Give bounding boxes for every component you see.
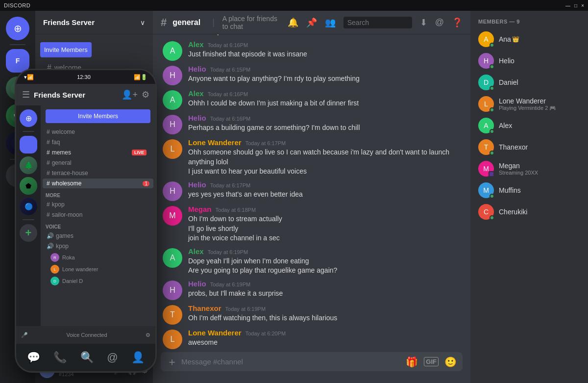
member-item[interactable]: M Megan Streaming 20XX (474, 158, 584, 179)
member-item[interactable]: A Alex (474, 115, 584, 136)
member-name: Alex (499, 122, 512, 129)
phone-channel-general[interactable]: # general (43, 158, 153, 168)
member-name: Ana (499, 35, 511, 43)
maximize-button[interactable]: □ (574, 3, 577, 8)
message: L Lone Wanderer Today at 6:17PM Ohh some… (161, 137, 463, 178)
member-item[interactable]: C Cherukiki (474, 201, 584, 223)
phone-channel-kpop[interactable]: # kpop (43, 200, 153, 209)
phone-mic-status: Voice Connected (66, 332, 107, 338)
gift-icon[interactable]: 🎁 (406, 356, 418, 368)
message-timestamp: Today at 6:19PM (210, 281, 251, 287)
gif-button[interactable]: GIF (424, 357, 439, 366)
discord-home-button[interactable]: ⊕ (6, 17, 29, 40)
chat-channel-name: general (172, 18, 200, 27)
at-icon[interactable]: @ (435, 17, 444, 27)
phone-search-nav[interactable]: 🔍 (80, 351, 94, 364)
close-button[interactable]: × (581, 3, 584, 8)
phone-call-nav[interactable]: 📞 (53, 351, 67, 364)
chevron-down-icon: ∨ (140, 19, 145, 26)
message-avatar: T (163, 305, 182, 325)
phone-mic-icon[interactable]: 🎤 (21, 332, 28, 338)
server-header[interactable]: Friends Server ∨ (35, 11, 153, 34)
bell-icon[interactable]: 🔔 (288, 17, 298, 28)
message-header: Alex Today at 6:19PM (188, 247, 461, 255)
chat-area: # general | A place for friends to chat … (153, 11, 470, 383)
phone-overlay: ▾📶 12:30 📶🔋 ☰ Friends Server 👤+ ⚙ ⊕ 🌲 (15, 69, 157, 373)
member-name: Helio (499, 57, 514, 65)
friends-server-icon[interactable]: F (6, 49, 29, 73)
phone-channel-wholesome[interactable]: # wholesome 1 (43, 179, 153, 188)
server-name: Friends Server (43, 18, 95, 26)
pin-icon[interactable]: 📌 (306, 17, 317, 28)
phone-voice-kpop[interactable]: 🔊 kpop (43, 241, 153, 251)
phone-server-3[interactable]: ⬟ (20, 177, 37, 195)
member-item[interactable]: H Helio (474, 50, 584, 72)
phone-channel-kpop-label: kpop (52, 201, 65, 208)
window-controls[interactable]: — □ × (565, 3, 584, 8)
phone-server-2[interactable]: 🌲 (20, 156, 37, 174)
phone-voice-user-daniel: D Daniel D (41, 275, 155, 287)
member-status (490, 64, 494, 69)
member-status (490, 215, 494, 220)
member-item[interactable]: D Daniel (474, 72, 584, 93)
member-info: Megan Streaming 20XX (499, 162, 580, 176)
svg-text:F: F (16, 57, 20, 65)
app-title: DISCORD (4, 2, 30, 8)
attach-file-button[interactable]: ＋ (167, 355, 177, 369)
phone-user-avatar: D (50, 277, 59, 285)
member-item[interactable]: L Lone Wanderer Playing Vermintide 2 🎮 (474, 93, 584, 115)
phone-server-4[interactable]: 🔵 (20, 198, 37, 215)
member-status (490, 151, 494, 155)
member-item[interactable]: A Ana 👑 (474, 28, 584, 50)
phone-voice-games[interactable]: 🔊 games (43, 231, 153, 241)
message-header: Lone Wanderer Today at 6:17PM (188, 138, 461, 147)
message-timestamp: Today at 6:15PM (210, 67, 251, 73)
phone-channel-pane[interactable]: Invite Members # welcome # faq # memes L… (41, 105, 155, 326)
phone-invite-button[interactable]: Invite Members (46, 109, 150, 123)
minimize-button[interactable]: — (565, 3, 570, 8)
member-item[interactable]: M Muffins (474, 179, 584, 201)
phone-profile-nav[interactable]: 👤 (131, 351, 145, 364)
help-icon[interactable]: ❓ (452, 17, 463, 28)
chat-header-icons: 🔔 📌 👥 ⬇ @ ❓ (288, 17, 463, 28)
download-icon[interactable]: ⬇ (420, 17, 427, 28)
member-activity: Playing Vermintide 2 🎮 (499, 105, 580, 111)
phone-menu-icon[interactable]: ☰ (22, 89, 30, 100)
members-icon[interactable]: 👥 (325, 17, 336, 28)
phone-channel-sailor[interactable]: # sailor-moon (43, 210, 153, 220)
message-author: Helio (188, 114, 206, 122)
message: H Helio Today at 6:19PM probs, but I'll … (161, 279, 463, 301)
message-timestamp: Today at 6:16PM (208, 91, 248, 97)
phone-channel-memes[interactable]: # memes LIVE (43, 148, 153, 157)
message-content: Helio Today at 6:16PM Perhaps a building… (188, 114, 461, 134)
phone-channel-faq[interactable]: # faq (43, 137, 153, 147)
phone-add-server[interactable]: + (20, 224, 37, 242)
member-item[interactable]: T Thanexor (474, 136, 584, 158)
phone-mention-nav[interactable]: @ (107, 351, 118, 364)
message-text: Anyone want to play anything? I'm rdy to… (188, 74, 461, 84)
member-avatar: A (478, 118, 494, 133)
invite-members-button[interactable]: Invite Members (40, 42, 92, 57)
member-info: Alex (499, 122, 580, 129)
phone-add-member-icon[interactable]: 👤+ (122, 89, 138, 100)
message-avatar: H (163, 66, 182, 85)
message-text: Second episode was WILD (188, 34, 461, 36)
member-status (490, 86, 494, 91)
emoji-button[interactable]: 🙂 (444, 356, 457, 368)
member-status (490, 129, 494, 134)
message-input[interactable] (181, 352, 406, 371)
phone-channel-welcome[interactable]: # welcome (43, 127, 153, 137)
phone-channel-terrace[interactable]: # terrace-house (43, 168, 153, 178)
member-info: Thanexor (499, 143, 580, 151)
phone-discord-home[interactable]: ⊕ (20, 109, 37, 127)
message-content: Helio Today at 6:15PM Anyone want to pla… (188, 65, 461, 85)
message-author: Alex (188, 247, 204, 255)
phone-settings-icon[interactable]: ⚙ (142, 89, 149, 100)
search-input[interactable] (343, 17, 412, 28)
message-header: Megan Today at 6:18PM (188, 205, 461, 213)
message-header: Lone Wanderer Today at 6:20PM (188, 329, 461, 337)
phone-chat-nav[interactable]: 💬 (27, 351, 40, 364)
phone-friend-server-icon[interactable] (20, 136, 37, 153)
phone-hash-icon: # (47, 139, 50, 146)
message-content: Lone Wanderer Today at 6:17PM Anyone sta… (188, 34, 461, 36)
